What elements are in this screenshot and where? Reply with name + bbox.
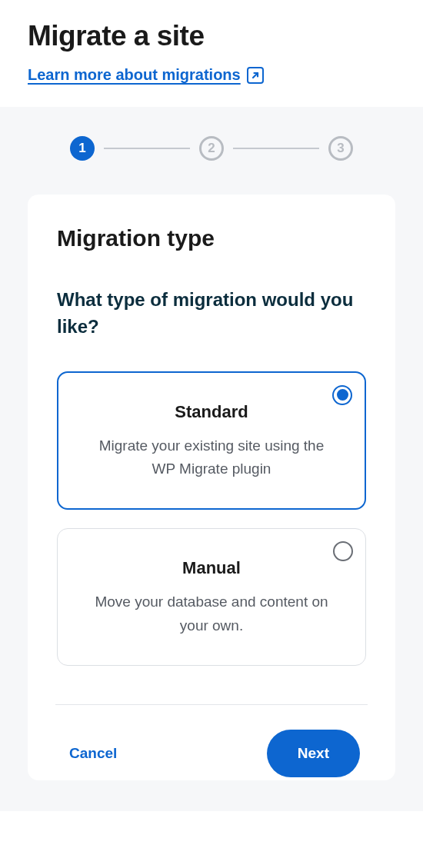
step-1: 1 — [70, 136, 95, 161]
option-title: Manual — [85, 558, 338, 578]
migration-card: Migration type What type of migration wo… — [28, 195, 395, 780]
option-desc: Move your database and content on your o… — [85, 590, 338, 637]
card-title: Migration type — [57, 225, 366, 251]
external-link-icon — [247, 67, 264, 84]
step-3: 3 — [328, 136, 353, 161]
options-group: Standard Migrate your existing site usin… — [57, 371, 366, 667]
stepper: 1 2 3 — [28, 136, 395, 161]
cancel-button[interactable]: Cancel — [63, 734, 123, 773]
next-button[interactable]: Next — [267, 730, 360, 777]
learn-more-link[interactable]: Learn more about migrations — [28, 66, 264, 84]
stepper-connector — [104, 148, 190, 149]
option-manual[interactable]: Manual Move your database and content on… — [57, 528, 366, 666]
header: Migrate a site Learn more about migratio… — [0, 0, 423, 107]
option-title: Standard — [86, 402, 337, 422]
learn-more-text: Learn more about migrations — [28, 66, 241, 84]
radio-indicator — [332, 385, 352, 405]
page-title: Migrate a site — [28, 20, 395, 52]
stepper-connector — [233, 148, 319, 149]
radio-indicator — [333, 541, 353, 561]
card-footer: Cancel Next — [55, 704, 368, 780]
content-area: 1 2 3 Migration type What type of migrat… — [0, 107, 423, 811]
card-question: What type of migration would you like? — [57, 287, 366, 341]
step-2: 2 — [199, 136, 224, 161]
option-desc: Migrate your existing site using the WP … — [86, 434, 337, 481]
option-standard[interactable]: Standard Migrate your existing site usin… — [57, 371, 366, 510]
